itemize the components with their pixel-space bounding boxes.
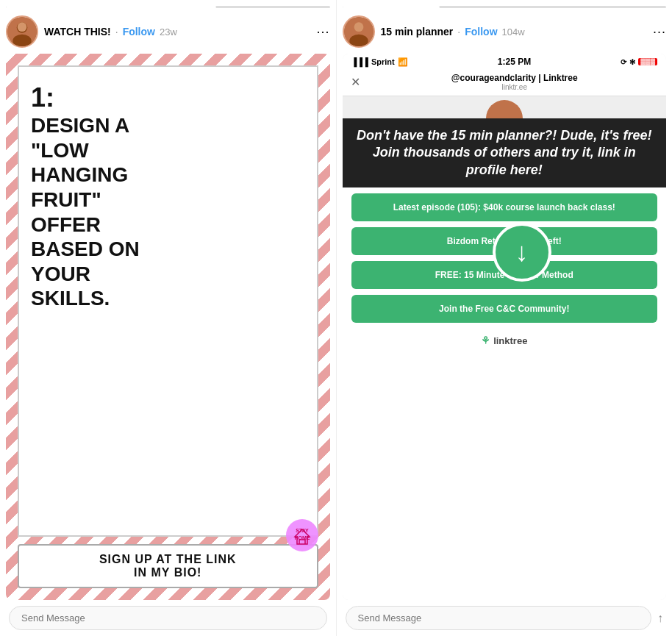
right-send-message-input[interactable] bbox=[346, 606, 652, 630]
browser-close-button[interactable]: ✕ bbox=[348, 75, 363, 90]
phone-web-content: Don't have the 15 min planner?! Dude, it… bbox=[343, 96, 667, 600]
wifi-icon: 📶 bbox=[398, 57, 408, 67]
browser-url: linktr.ee bbox=[369, 83, 661, 91]
right-username: 15 min planner bbox=[381, 26, 454, 37]
right-more-button[interactable]: ··· bbox=[653, 24, 666, 40]
download-overlay: ↓ bbox=[493, 223, 551, 282]
left-progress-bar bbox=[6, 6, 330, 8]
status-left: ▐▐▐ Sprint 📶 bbox=[351, 57, 408, 67]
left-number: 1: bbox=[31, 82, 54, 112]
right-avatar-image bbox=[344, 17, 373, 46]
sign-up-text: SIGN UP AT THE LINKIN MY BIO! bbox=[31, 553, 305, 579]
promo-text-block: Don't have the 15 min planner?! Dude, it… bbox=[343, 118, 667, 187]
signal-icon: ▐▐▐ bbox=[351, 57, 368, 66]
right-dot: · bbox=[457, 26, 460, 37]
right-story-content: ▐▐▐ Sprint 📶 1:25 PM ⟳ ✻ ▓▓▓ ✕ @cou bbox=[343, 54, 667, 600]
right-avatar[interactable] bbox=[343, 15, 375, 48]
left-story-background: 1: DESIGN A "LOW HANGING FRUIT" OFFER BA… bbox=[6, 54, 330, 600]
promo-text: Don't have the 15 min planner?! Dude, it… bbox=[354, 127, 655, 179]
left-more-button[interactable]: ··· bbox=[316, 24, 329, 40]
share-icon: ↑ bbox=[657, 612, 663, 625]
left-send-message-bar bbox=[6, 600, 330, 636]
left-story-panel: WATCH THIS! · Follow 23w ··· 1: DESIGN A… bbox=[0, 0, 336, 636]
left-username: WATCH THIS! bbox=[44, 26, 111, 37]
browser-domain: @courageandclarity | Linktree bbox=[369, 73, 661, 83]
right-story-header: 15 min planner · Follow 104w ··· bbox=[343, 12, 667, 54]
right-story-panel: 15 min planner · Follow 104w ··· ▐▐▐ Spr… bbox=[337, 0, 673, 636]
browser-url-info: @courageandclarity | Linktree linktr.ee bbox=[369, 73, 661, 91]
linktree-buttons: Latest episode (105): $40k course launch… bbox=[343, 187, 667, 329]
linktree-btn-4[interactable]: Join the Free C&C Community! bbox=[351, 295, 658, 323]
linktree-logo-icon: ⚘ bbox=[481, 335, 490, 346]
right-progress-bar bbox=[343, 6, 667, 8]
profile-area bbox=[343, 96, 667, 118]
left-story-header: WATCH THIS! · Follow 23w ··· bbox=[6, 12, 330, 54]
left-story-content: 1: DESIGN A "LOW HANGING FRUIT" OFFER BA… bbox=[6, 54, 330, 600]
left-story-text: 1: DESIGN A "LOW HANGING FRUIT" OFFER BA… bbox=[31, 82, 140, 311]
left-avatar-image bbox=[7, 17, 37, 46]
left-send-message-input[interactable] bbox=[9, 606, 327, 630]
phone-browser-bar: ✕ @courageandclarity | Linktree linktr.e… bbox=[343, 70, 667, 96]
linktree-label: linktree bbox=[493, 335, 527, 346]
left-story-card: 1: DESIGN A "LOW HANGING FRUIT" OFFER BA… bbox=[18, 65, 318, 537]
svg-point-3 bbox=[18, 22, 27, 32]
linktree-footer: ⚘ linktree bbox=[343, 329, 667, 352]
right-story-info: 15 min planner · Follow 104w bbox=[381, 26, 647, 37]
phone-mockup: ▐▐▐ Sprint 📶 1:25 PM ⟳ ✻ ▓▓▓ ✕ @cou bbox=[343, 54, 667, 600]
sign-up-box: SIGN UP AT THE LINKIN MY BIO! bbox=[18, 544, 318, 588]
status-right: ⟳ ✻ ▓▓▓ bbox=[621, 58, 657, 66]
svg-point-9 bbox=[349, 35, 368, 48]
left-story-bottom: SIGN UP AT THE LINKIN MY BIO! bbox=[18, 544, 318, 588]
right-time: 104w bbox=[502, 26, 525, 37]
svg-point-8 bbox=[354, 22, 363, 32]
left-follow-button[interactable]: Follow bbox=[123, 26, 155, 37]
right-follow-button[interactable]: Follow bbox=[465, 26, 497, 37]
carrier-name: Sprint bbox=[371, 57, 395, 66]
right-send-message-bar: ↑ bbox=[343, 600, 667, 636]
phone-status-bar: ▐▐▐ Sprint 📶 1:25 PM ⟳ ✻ ▓▓▓ bbox=[343, 54, 667, 70]
rotation-icon: ⟳ bbox=[621, 58, 626, 66]
linktree-btn-1[interactable]: Latest episode (105): $40k course launch… bbox=[351, 193, 658, 221]
left-dot: · bbox=[115, 26, 118, 37]
left-story-info: WATCH THIS! · Follow 23w bbox=[44, 26, 310, 37]
svg-text:STAY: STAY bbox=[296, 528, 309, 533]
left-time: 23w bbox=[160, 26, 177, 37]
download-arrow-icon: ↓ bbox=[515, 239, 529, 265]
stay-home-badge: STAY HOME bbox=[285, 518, 320, 556]
svg-point-2 bbox=[12, 35, 31, 48]
status-time: 1:25 PM bbox=[498, 57, 531, 67]
bluetooth-icon: ✻ bbox=[629, 58, 635, 66]
battery-icon: ▓▓▓ bbox=[638, 58, 657, 65]
left-avatar[interactable] bbox=[6, 15, 38, 48]
